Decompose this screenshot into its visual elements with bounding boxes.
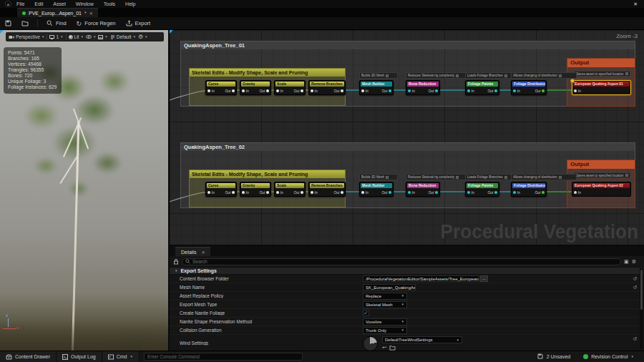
pin-out[interactable]: Out xyxy=(293,89,303,93)
bubble-builds-3d-mesh[interactable]: Builds 3D Mesh xyxy=(359,174,398,180)
bubble-pin-icon[interactable] xyxy=(504,74,507,77)
node-bone-reduction[interactable]: Bone Reduction InOut xyxy=(406,80,440,95)
pin-out[interactable]: Out xyxy=(259,190,269,195)
save-button[interactable] xyxy=(0,19,16,28)
output-comment-title[interactable]: Output xyxy=(567,160,635,169)
pin-in[interactable]: In xyxy=(311,190,318,195)
pin-out[interactable]: Out xyxy=(381,190,391,195)
asset-tab-close-icon[interactable]: ✕ xyxy=(89,11,93,16)
pin-in[interactable]: In xyxy=(276,190,283,195)
revision-control-dropdown[interactable]: Revision Control▼ xyxy=(577,351,640,362)
pin-out[interactable]: Out xyxy=(535,89,545,93)
pin-out[interactable]: Out xyxy=(225,190,235,195)
collision-generation-select[interactable]: Trunk Only▼ xyxy=(363,327,407,334)
node-gravity[interactable]: Gravity InOut xyxy=(240,182,271,197)
window-close-icon[interactable]: ✕ xyxy=(633,1,644,7)
force-regen-button[interactable]: ↻ Force Regen xyxy=(72,19,121,29)
reset-to-default-icon[interactable]: ↺ xyxy=(633,336,637,342)
preview-viewport[interactable]: Perspective▼ 1▼ Lit▼ ▼ ▼ Defaul xyxy=(0,30,168,351)
export-button[interactable]: Export xyxy=(121,19,156,28)
pin-out[interactable]: Out xyxy=(381,89,391,93)
pin-in[interactable]: In xyxy=(242,89,249,93)
bubble-pin-icon[interactable] xyxy=(559,176,562,179)
bubble-pin-icon[interactable] xyxy=(386,176,389,179)
pin-in[interactable]: In xyxy=(276,89,283,93)
bubble-pin-icon[interactable] xyxy=(504,176,507,179)
perspective-dropdown[interactable]: Perspective▼ xyxy=(9,34,44,39)
node-mesh-builder[interactable]: Mesh Builder InOut xyxy=(359,80,394,95)
reset-to-default-icon[interactable]: ↺ xyxy=(633,285,637,290)
tab-details[interactable]: Details ✕ xyxy=(175,247,210,256)
node-foliage-palette[interactable]: Foliage Palette InOut xyxy=(465,182,499,197)
bubble-reduces-rig[interactable]: Reduces Skeletal rig complexity xyxy=(406,72,473,79)
skeletal-comment-title[interactable]: Skeletal Edits - Modify Shape, Scale and… xyxy=(190,69,345,77)
menu-tools[interactable]: Tools xyxy=(99,0,120,8)
menu-edit[interactable]: Edit xyxy=(29,0,48,8)
node-curve[interactable]: Curve InOut xyxy=(205,182,237,197)
browse-to-asset-button[interactable] xyxy=(16,19,34,28)
asset-replace-policy-select[interactable]: Replace▼ xyxy=(363,293,407,300)
pin-out[interactable]: Out xyxy=(535,190,545,195)
bubble-saves-asset[interactable]: Saves asset to specified location xyxy=(574,172,630,178)
lock-icon[interactable] xyxy=(173,258,179,265)
use-selected-asset-icon[interactable]: ↩ xyxy=(382,345,386,351)
details-settings-gear-icon[interactable]: ⚙ xyxy=(632,259,636,265)
asset-tab[interactable]: PVE_Europ...Aspen_01 * ✕ xyxy=(17,8,98,17)
node-gravity[interactable]: Gravity InOut xyxy=(240,80,271,95)
wind-settings-thumbnail[interactable] xyxy=(363,336,378,351)
node-mesh-builder[interactable]: Mesh Builder InOut xyxy=(359,182,394,197)
pin-out[interactable]: Out xyxy=(487,190,497,195)
pin-out[interactable]: Out xyxy=(293,190,303,195)
skeletal-comment-title[interactable]: Skeletal Edits - Modify Shape, Scale and… xyxy=(190,170,345,178)
mesh-name-input[interactable]: SK_European_QuakingAspen_01 xyxy=(363,284,416,290)
bubble-pin-icon[interactable] xyxy=(386,74,389,77)
pin-in[interactable]: In xyxy=(208,190,215,195)
scrollbar-thumb[interactable] xyxy=(640,270,643,310)
details-scrollbar[interactable] xyxy=(640,268,643,349)
bubble-pin-icon[interactable] xyxy=(625,72,628,75)
pin-in[interactable]: In xyxy=(467,89,474,93)
bubble-builds-3d-mesh[interactable]: Builds 3D Mesh xyxy=(359,72,398,79)
console-command-input[interactable] xyxy=(144,353,303,361)
content-drawer-button[interactable]: Content Drawer xyxy=(0,351,57,362)
node-graph-panel[interactable]: Zoom -3 Procedural Vegetation QuakingAsp… xyxy=(168,30,644,245)
pin-in[interactable]: In xyxy=(408,190,415,195)
node-remove-branches[interactable]: Remove Branches InOut xyxy=(308,182,346,197)
pin-in[interactable]: In xyxy=(574,89,581,93)
node-curve[interactable]: Curve InOut xyxy=(205,80,237,95)
bubble-pin-icon[interactable] xyxy=(559,74,562,77)
bubble-loads-foliage[interactable]: Loads Foliage Branches xyxy=(465,174,515,180)
bubble-pin-icon[interactable] xyxy=(456,74,459,77)
menu-file[interactable]: File xyxy=(11,0,29,8)
pin-out[interactable]: Out xyxy=(487,89,497,93)
lit-mode-dropdown[interactable]: Lit▼ xyxy=(69,34,84,39)
bubble-reduces-rig[interactable]: Reduces Skeletal rig complexity xyxy=(406,174,473,180)
comment-box-output[interactable]: Output Saves asset to specified location… xyxy=(567,160,635,208)
unsaved-button[interactable]: 2 Unsaved xyxy=(532,351,576,362)
comment-title[interactable]: QuakingAspen_Tree_01 xyxy=(181,41,635,49)
node-foliage-palette[interactable]: Foliage Palette InOut xyxy=(465,80,499,95)
view-options-dropdown[interactable]: ▼ xyxy=(86,35,96,39)
comment-box-output[interactable]: Output Saves asset to specified location… xyxy=(567,58,635,107)
details-search-box[interactable] xyxy=(182,258,621,265)
pin-in[interactable]: In xyxy=(311,89,318,93)
pin-out[interactable]: Out xyxy=(333,190,343,195)
node-output-aspen-02[interactable]: European Quaking Aspen 02 In xyxy=(572,182,631,197)
content-browser-folder-input[interactable]: /ProceduralVegetationEditor/SampleAssets… xyxy=(363,275,479,282)
section-export-settings[interactable]: ▼ Export Settings xyxy=(170,267,644,275)
output-comment-title[interactable]: Output xyxy=(567,59,635,67)
profile-dropdown[interactable]: Default▼ xyxy=(110,34,136,39)
reset-to-default-icon[interactable]: ↺ xyxy=(633,276,637,282)
menu-window[interactable]: Window xyxy=(71,0,99,8)
pin-in[interactable]: In xyxy=(513,190,520,195)
screen-size-dropdown[interactable]: 1▼ xyxy=(49,34,63,39)
pin-in[interactable]: In xyxy=(467,190,474,195)
pin-in[interactable]: In xyxy=(361,190,369,195)
pin-out[interactable]: Out xyxy=(225,89,235,93)
export-mesh-type-select[interactable]: Skeletal Mesh▼ xyxy=(363,301,407,308)
pin-in[interactable]: In xyxy=(208,89,215,93)
node-remove-branches[interactable]: Remove Branches InOut xyxy=(308,80,346,95)
display-filter-icon[interactable]: ▣ xyxy=(624,259,629,265)
details-tab-close-icon[interactable]: ✕ xyxy=(201,250,205,255)
details-search-input[interactable] xyxy=(192,259,618,264)
